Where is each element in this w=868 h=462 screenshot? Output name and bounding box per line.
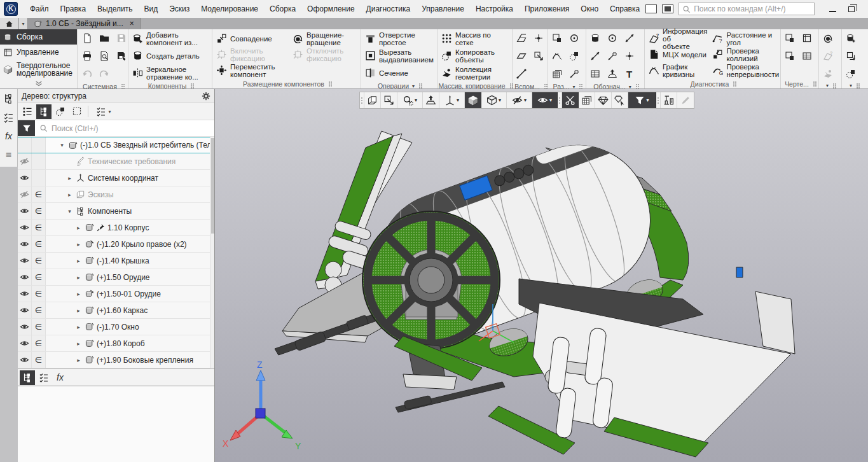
group-grip[interactable] xyxy=(857,85,858,87)
group-expand-caret[interactable]: ▾ xyxy=(850,83,852,88)
visibility-toggle[interactable] xyxy=(18,302,32,318)
group-grip[interactable] xyxy=(636,86,637,87)
notation-datum-button[interactable] xyxy=(605,48,620,64)
preview-button[interactable] xyxy=(97,48,112,64)
disable-fixation-button[interactable]: Отключить фиксацию xyxy=(291,46,346,62)
tree-row-components[interactable]: ∈ ▾Компоненты xyxy=(18,203,214,220)
measure-button[interactable] xyxy=(661,92,677,108)
visibility-toggle[interactable] xyxy=(18,335,32,351)
layout-spline-button[interactable] xyxy=(549,48,565,64)
visibility-toggle[interactable] xyxy=(18,220,32,235)
tree-panel-button[interactable] xyxy=(1,90,17,106)
notation-marker-button[interactable] xyxy=(605,66,620,81)
visibility-toggle[interactable] xyxy=(18,352,32,368)
menu-management[interactable]: Управление xyxy=(416,0,470,18)
tree-row-korob[interactable]: ∈ ▸(+)1.80 Короб xyxy=(18,335,214,352)
group-grip[interactable] xyxy=(833,85,834,87)
menu-modeling[interactable]: Моделирование xyxy=(195,0,264,18)
create-part-button[interactable]: Создать деталь xyxy=(130,48,202,64)
parameters-panel-button[interactable] xyxy=(1,109,17,125)
engine-wheel[interactable] xyxy=(362,211,500,349)
blue-detail[interactable] xyxy=(736,267,743,277)
visibility-toggle[interactable] xyxy=(18,286,32,302)
zoom-area-button[interactable]: ▾ xyxy=(397,92,423,108)
object-info-button[interactable]: Информация об объекте xyxy=(647,31,709,46)
menu-window[interactable]: Окно xyxy=(575,0,604,18)
tree-row-root[interactable]: ▾(-)1.0 СБ Звездный истребитель (Тел-0 xyxy=(18,137,214,153)
group-grip[interactable] xyxy=(544,86,546,87)
tree-components-button[interactable] xyxy=(53,104,68,119)
group-grip[interactable] xyxy=(733,83,734,85)
tree-scrollbar[interactable] xyxy=(210,137,214,368)
menu-layout[interactable]: Оформление xyxy=(301,0,360,18)
group-grip[interactable] xyxy=(329,83,330,85)
notation-roughness-button[interactable] xyxy=(588,31,603,46)
visibility-toggle[interactable] xyxy=(18,170,32,186)
mode-nav-collapse[interactable] xyxy=(0,79,77,88)
menu-edit[interactable]: Правка xyxy=(55,0,92,18)
clip-box-button[interactable] xyxy=(579,92,595,108)
menu-select[interactable]: Выделить xyxy=(92,0,138,18)
hide-objects-button[interactable]: ▾ xyxy=(507,92,532,108)
display-wireframe-button[interactable]: ▾ xyxy=(481,92,507,108)
visibility-toggle[interactable] xyxy=(18,269,32,285)
enable-fixation-button[interactable]: Включить фиксацию xyxy=(214,46,289,62)
coincident-mate-button[interactable]: Совпадение xyxy=(214,31,289,46)
menu-diagnostics[interactable]: Диагностика xyxy=(361,0,417,18)
expander-icon[interactable]: ▾ xyxy=(66,208,73,214)
redo-button[interactable] xyxy=(97,66,112,81)
panel-menu-button[interactable]: ≡ xyxy=(1,148,17,163)
tree-row-kryshka[interactable]: ∈ ▸(-)1.40 Крышка xyxy=(18,253,214,269)
appearance-pick-button[interactable] xyxy=(612,92,628,108)
print-button[interactable] xyxy=(79,48,95,64)
distance-angle-button[interactable]: Расстояние и угол xyxy=(710,31,781,46)
tab-close-icon[interactable]: × xyxy=(127,19,134,28)
section-view-button[interactable] xyxy=(562,92,579,108)
tree-row-orudie-01[interactable]: ∈ ▸(+)1.50-01 Орудие xyxy=(18,286,214,302)
mode-management[interactable]: Управление xyxy=(0,45,77,60)
tree-row-orudie[interactable]: ∈ ▸(+)1.50 Орудие xyxy=(18,269,214,286)
cut-extrude-button[interactable]: Вырезать выдавливанием xyxy=(363,48,436,64)
curvature-graph-button[interactable]: График кривизны xyxy=(647,62,709,78)
tab-parameters[interactable] xyxy=(36,370,52,385)
screen-layout-icon[interactable] xyxy=(662,4,673,13)
section-button[interactable]: Сечение xyxy=(363,65,410,81)
tree-row-korpus[interactable]: ∈ ▸1.10 Корпус xyxy=(18,220,214,236)
layout-polyline-button[interactable] xyxy=(567,66,582,81)
group-grip[interactable] xyxy=(579,86,581,87)
menu-sketch[interactable]: Эскиз xyxy=(163,0,195,18)
expander-icon[interactable]: ▸ xyxy=(75,307,82,314)
visibility-toggle[interactable] xyxy=(18,319,32,335)
command-search-input[interactable] xyxy=(694,4,811,13)
tree-structure-button[interactable] xyxy=(36,104,52,119)
import-component-button[interactable] xyxy=(820,31,836,46)
new-window-icon[interactable] xyxy=(645,4,657,13)
group-grip[interactable] xyxy=(510,85,511,87)
expander-icon[interactable]: ▸ xyxy=(75,274,82,281)
add-component-button[interactable]: Добавить компонент из... xyxy=(130,31,200,46)
tree-display-options-button[interactable]: ▾ xyxy=(92,104,116,119)
tree-row-bokovye[interactable]: ∈ ▸(+)1.90 Боковые крепления xyxy=(18,352,214,368)
menu-help[interactable]: Справка xyxy=(604,0,645,18)
group-grip[interactable] xyxy=(121,86,123,87)
visibility-toggle[interactable] xyxy=(18,203,32,219)
local-csys-button[interactable] xyxy=(531,48,546,64)
variables-panel-button[interactable]: fx xyxy=(1,129,17,144)
tree-row-karkas[interactable]: ∈ ▸(+)1.60 Каркас xyxy=(18,302,214,319)
home-caret[interactable]: ▾ xyxy=(19,18,28,29)
mode-assembly[interactable]: Сборка xyxy=(0,29,77,45)
expander-icon[interactable]: ▸ xyxy=(75,241,82,248)
tree-row-sketches[interactable]: ∈ ▸Эскизы xyxy=(18,186,214,203)
layout-grid-button[interactable] xyxy=(549,66,565,81)
collision-check-button[interactable]: Проверка коллизий xyxy=(710,46,781,62)
document-tab[interactable]: 1.0 СБ - Звёздный и... × xyxy=(28,18,141,29)
continuity-check-button[interactable]: Проверка непрерывности xyxy=(710,62,781,78)
grid-array-button[interactable]: Массив по сетке xyxy=(439,31,510,46)
menu-view[interactable]: Вид xyxy=(138,0,163,18)
notation-text-button[interactable]: T xyxy=(622,66,637,81)
appearance-button[interactable] xyxy=(595,92,612,108)
drawing-fragment-button[interactable] xyxy=(782,48,797,64)
notation-diameter-button[interactable] xyxy=(605,31,620,46)
display-shaded-button[interactable] xyxy=(465,92,481,108)
visibility-toggle[interactable] xyxy=(18,236,32,252)
